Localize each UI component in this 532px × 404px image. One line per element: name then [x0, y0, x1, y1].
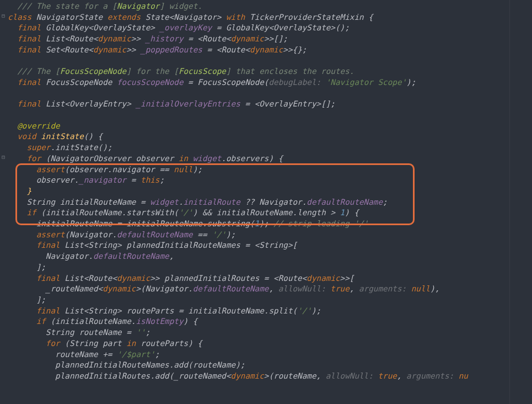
code-line[interactable]: final FocusScopeNode focusScopeNode = Fo…	[8, 77, 468, 88]
token-punct: .	[122, 208, 127, 217]
code-line[interactable]: ];	[8, 295, 468, 306]
token-punct: .	[221, 154, 226, 163]
token-cls: OverlayState	[93, 23, 150, 32]
token-punct: (	[65, 339, 69, 348]
code-line[interactable]: plannedInitialRoutes.add(_routeNamed<dyn…	[8, 371, 468, 382]
token-id: initialRouteName	[217, 208, 293, 217]
token-punct: <	[226, 34, 231, 43]
token-cls: OverlayState	[273, 23, 330, 32]
code-line[interactable]: assert(observer.navigator == null);	[8, 164, 468, 176]
token-plain	[8, 89, 17, 98]
token-id: plannedInitialRouteNames.add(routeName);	[8, 360, 245, 369]
token-kw: final	[8, 274, 65, 283]
token-cmt: ] widget.	[159, 2, 202, 10]
editor-gutter	[0, 0, 7, 404]
code-line[interactable]: initialRouteName = initialRouteName.subs…	[8, 219, 468, 230]
token-cmt: ] for the [	[126, 67, 179, 76]
token-punct: (	[174, 208, 179, 217]
token-kw: final	[8, 45, 46, 54]
token-kw: dynamic	[231, 34, 264, 43]
code-line[interactable]: final Set<Route<dynamic>> _poppedRoutes …	[8, 45, 468, 56]
token-id: _routeNamed	[8, 284, 98, 293]
code-line[interactable]: final GlobalKey<OverlayState> _overlayKe…	[8, 23, 468, 34]
code-line[interactable]: /// The [FocusScopeNode] for the [FocusS…	[8, 66, 468, 77]
token-cls: FocusScopeNode	[46, 78, 117, 87]
code-line[interactable]: if (initialRouteName.isNotEmpty) {	[8, 316, 468, 327]
code-line[interactable]: for (String part in routeParts) {	[8, 338, 468, 349]
token-fieldI: defaultRouteName	[117, 230, 193, 239]
token-cls: Route	[69, 34, 93, 43]
code-editor[interactable]: /// The state for a [Navigator] widget.c…	[0, 0, 532, 404]
token-punct: >>{};	[283, 45, 307, 54]
code-line[interactable]: Navigator.defaultRouteName,	[8, 251, 468, 262]
token-punct: >	[217, 13, 226, 22]
token-punct: .	[188, 284, 193, 293]
token-field: _overlayKey	[159, 23, 212, 32]
token-id: routeName +=	[8, 350, 117, 359]
token-fieldI: initialRoute	[184, 198, 240, 206]
token-fieldI: isNotEmpty	[136, 317, 183, 326]
token-punct: ,	[397, 371, 406, 380]
token-cls: FocusScopeNode	[197, 78, 264, 87]
code-area[interactable]: /// The state for a [Navigator] widget.c…	[8, 1, 468, 382]
code-line[interactable]: String routeName = '';	[8, 327, 468, 338]
code-line[interactable]	[8, 110, 468, 121]
token-punct: = <	[184, 34, 202, 43]
code-line[interactable]	[8, 56, 468, 67]
token-id: observer	[136, 154, 178, 163]
code-line[interactable]: final List<String> routeParts = initialR…	[8, 306, 468, 317]
token-punct: = <	[202, 45, 221, 54]
fold-marker-icon[interactable]: ⊟	[1, 155, 6, 160]
token-id: initState();	[55, 143, 112, 152]
token-cls: GlobalKey	[226, 23, 268, 32]
code-line[interactable]: final List<Route<dynamic>> _history = <R…	[8, 34, 468, 45]
code-line[interactable]: final List<Route<dynamic>> plannedInitia…	[8, 273, 468, 284]
code-line[interactable]: class NavigatorState extends State<Navig…	[8, 12, 468, 23]
code-line[interactable]: super.initState();	[8, 142, 468, 153]
token-punct: ;	[155, 350, 160, 359]
token-kw: true	[330, 284, 349, 293]
token-kw: null	[174, 165, 192, 174]
code-line[interactable]: /// The state for a [Navigator] widget.	[8, 1, 468, 12]
code-line[interactable]: for (NavigatorObserver observer in widge…	[8, 153, 468, 164]
token-cls: String	[8, 328, 79, 337]
token-cls: String	[69, 339, 103, 348]
token-punct: ,	[169, 252, 174, 261]
token-punct: {	[368, 13, 373, 22]
code-line[interactable]: String initialRouteName = widget.initial…	[8, 197, 468, 208]
code-line[interactable]: final List<OverlayEntry> _initialOverlay…	[8, 99, 468, 110]
token-cmt: ] that encloses the routes.	[226, 67, 354, 76]
token-punct: (	[41, 208, 46, 217]
token-kw: final	[8, 78, 46, 87]
token-str: '/$part'	[117, 350, 155, 359]
code-line[interactable]: final List<String> plannedInitialRouteNa…	[8, 240, 468, 251]
token-cls: NavigatorObserver	[50, 154, 136, 163]
code-line[interactable]: observer._navigator = this;	[8, 175, 468, 186]
code-line[interactable]: }	[8, 186, 468, 197]
code-line[interactable]	[8, 88, 468, 99]
fold-marker-icon[interactable]: ⊟	[1, 13, 6, 19]
code-line[interactable]: routeName += '/$part';	[8, 349, 468, 360]
token-cls: List	[65, 306, 83, 315]
token-kw: final	[8, 23, 46, 32]
code-line[interactable]: ];	[8, 262, 468, 273]
token-punct: =	[174, 306, 188, 315]
code-line[interactable]: if (initialRouteName.startsWith('/') && …	[8, 208, 468, 219]
token-punct: .	[88, 252, 93, 261]
token-punct: ,	[268, 284, 278, 293]
token-punct: ,	[316, 371, 326, 380]
token-cls: String	[88, 306, 117, 315]
code-line[interactable]: plannedInitialRouteNames.add(routeName);	[8, 360, 468, 371]
token-kw: dynamic	[307, 274, 340, 283]
code-line[interactable]: void initState() {	[8, 131, 468, 142]
token-cls: OverlayEntry	[259, 99, 316, 108]
token-str: 'Navigator Scope'	[326, 78, 406, 87]
token-kw: extends	[108, 13, 146, 22]
token-cls: Route	[202, 34, 226, 43]
code-line[interactable]: assert(Navigator.defaultRouteName == '/'…	[8, 230, 468, 241]
code-line[interactable]: @override	[8, 121, 468, 132]
token-punct: ),	[430, 284, 439, 293]
code-line[interactable]: _routeNamed<dynamic>(Navigator.defaultRo…	[8, 284, 468, 295]
token-kw: dynamic	[250, 45, 283, 54]
token-punct: (	[50, 317, 55, 326]
